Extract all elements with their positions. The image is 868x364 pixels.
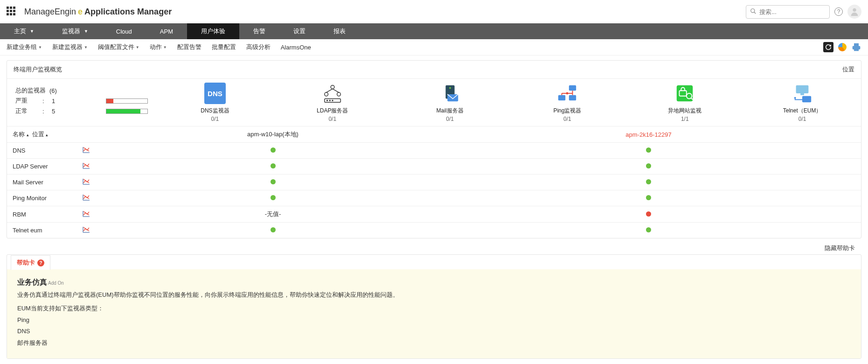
table-row[interactable]: Telnet eum	[7, 223, 861, 238]
subnav-item-2[interactable]: 阈值配置文件▼	[98, 43, 139, 51]
hide-help-link[interactable]: 隐藏帮助卡	[7, 242, 861, 254]
status-dot-green	[271, 227, 276, 232]
row-name: Telnet eum	[7, 223, 77, 238]
chart-icon[interactable]	[83, 147, 90, 153]
status-dot-green	[271, 147, 276, 153]
svg-point-10	[329, 100, 330, 101]
monitor-card-count: 0/1	[276, 116, 389, 122]
row-name: DNS	[7, 143, 77, 159]
subnav-item-1[interactable]: 新建监视器▼	[52, 43, 88, 51]
svg-line-1	[754, 12, 756, 14]
pie-chart-icon[interactable]	[837, 42, 847, 52]
status-dot-green	[646, 227, 651, 232]
normal-count: 5	[52, 108, 55, 115]
chart-icon[interactable]	[83, 194, 90, 201]
monitor-card-ping[interactable]: Ping监视器0/1	[508, 79, 626, 126]
nav-item-3[interactable]: APM	[146, 23, 187, 39]
caret-down-icon: ▼	[163, 45, 167, 49]
svg-point-30	[794, 97, 796, 99]
monitor-card-telnet[interactable]: Telnet（EUM）0/1	[743, 79, 861, 126]
th-location-1[interactable]: apm-w10-lap(本地)	[110, 126, 436, 143]
status-dot-green	[271, 195, 276, 200]
monitor-card-count: 0/1	[510, 116, 624, 122]
sort-arrow-icon: ▴	[27, 133, 29, 137]
svg-point-22	[566, 92, 569, 95]
search-input[interactable]	[759, 8, 826, 15]
svg-point-11	[332, 100, 333, 101]
chart-icon[interactable]	[83, 162, 90, 169]
help-icon[interactable]: ?	[834, 7, 843, 16]
critical-label: 严重	[15, 97, 39, 105]
location-link[interactable]: 位置	[842, 65, 854, 74]
total-monitors-label: 总的监视器	[15, 86, 46, 95]
status-dot-red	[646, 211, 651, 217]
summary-box: 总的监视器 (6) 严重 : 1 正常 : 5	[7, 79, 156, 126]
table-row[interactable]: RBM-无值-	[7, 206, 861, 223]
subnav-item-5[interactable]: 批量配置	[212, 43, 236, 51]
chart-icon[interactable]	[83, 226, 90, 233]
search-icon	[750, 8, 757, 16]
help-question-icon: ?	[37, 259, 44, 266]
th-loc[interactable]: 位置	[32, 131, 44, 138]
caret-down-icon: ▼	[84, 29, 88, 34]
svg-rect-17	[569, 95, 576, 101]
monitor-card-count: 0/1	[158, 116, 272, 122]
nav-item-6[interactable]: 设置	[279, 23, 319, 39]
subnav-item-7[interactable]: AlarmsOne	[281, 43, 311, 51]
nav-item-5[interactable]: 告警	[239, 23, 279, 39]
svg-point-13	[449, 87, 451, 89]
caret-down-icon: ▼	[84, 45, 88, 49]
table-row[interactable]: LDAP Server	[7, 159, 861, 175]
printer-icon[interactable]	[851, 42, 861, 52]
subnav-item-4[interactable]: 配置告警	[177, 43, 201, 51]
monitor-card-rbm[interactable]: 异地网站监视1/1	[626, 79, 743, 126]
row-name: LDAP Server	[7, 159, 77, 175]
nav-item-7[interactable]: 报表	[319, 23, 360, 39]
svg-rect-15	[569, 85, 576, 91]
apps-grid-icon[interactable]	[7, 7, 17, 17]
th-location-2[interactable]: apm-2k16-12297	[625, 131, 671, 138]
status-dot-green	[646, 195, 651, 200]
caret-down-icon: ▼	[30, 29, 34, 34]
svg-rect-27	[796, 85, 809, 93]
monitor-card-label: 异地网站监视	[628, 107, 742, 115]
nav-item-2[interactable]: Cloud	[102, 23, 146, 39]
monitor-card-mail[interactable]: Mail服务器0/1	[391, 79, 509, 126]
row-name: Mail Server	[7, 175, 77, 190]
monitor-card-label: DNS监视器	[158, 107, 272, 115]
search-box[interactable]	[746, 5, 830, 19]
brand-app-name: Applications Manager	[84, 7, 172, 17]
chart-icon[interactable]	[83, 178, 90, 185]
nav-item-0[interactable]: 主页▼	[0, 23, 48, 39]
nav-item-4[interactable]: 用户体验	[187, 23, 239, 39]
nav-item-1[interactable]: 监视器▼	[48, 23, 102, 39]
subnav-item-0[interactable]: 新建业务组▼	[7, 43, 42, 51]
status-dot-green	[271, 163, 276, 168]
overview-panel: 终端用户监视概览 位置 总的监视器 (6) 严重 : 1 正常 :	[7, 60, 861, 238]
status-dot-green	[271, 179, 276, 184]
monitor-card-dns[interactable]: DNSDNS监视器0/1	[156, 79, 274, 126]
help-card: 帮助卡 ? 业务仿真Add On 业务仿真通过终端用户监视器(EUM)帮助你监视…	[7, 254, 861, 359]
help-list-item: Ping	[17, 315, 851, 325]
svg-point-9	[326, 100, 327, 101]
chart-icon[interactable]	[83, 210, 90, 217]
subnav-item-3[interactable]: 动作▼	[150, 43, 167, 51]
monitor-card-ldap[interactable]: LDAP服务器0/1	[274, 79, 391, 126]
row-name: Ping Monitor	[7, 190, 77, 206]
monitor-table: 名称 ▴ 位置 ▴ apm-w10-lap(本地) apm-2k16-12297…	[7, 126, 861, 238]
cell-text: -无值-	[265, 210, 281, 217]
user-avatar[interactable]	[847, 5, 861, 19]
subnav-item-6[interactable]: 高级分析	[246, 43, 271, 51]
brand-text-1: ManageEngin	[24, 7, 76, 17]
refresh-icon[interactable]	[823, 42, 833, 52]
panel-title: 终端用户监视概览	[14, 65, 62, 74]
svg-line-7	[333, 89, 339, 92]
help-tab[interactable]: 帮助卡 ?	[11, 255, 50, 270]
th-name[interactable]: 名称	[13, 131, 25, 138]
monitor-card-label: Telnet（EUM）	[745, 107, 859, 115]
table-row[interactable]: Mail Server	[7, 175, 861, 190]
help-p2: EUM当前支持如下监视器类型：	[17, 304, 851, 314]
table-row[interactable]: DNS	[7, 143, 861, 159]
table-row[interactable]: Ping Monitor	[7, 190, 861, 206]
svg-point-4	[324, 92, 328, 96]
